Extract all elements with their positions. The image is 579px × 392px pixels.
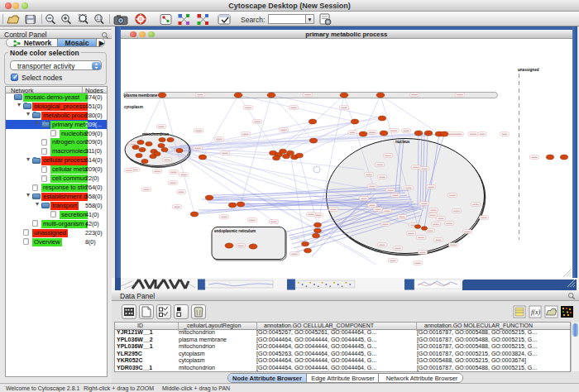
svg-text:1:1: 1:1 (97, 17, 103, 21)
svg-text:unassigned: unassigned (518, 68, 539, 72)
svg-text:f(x): f(x) (531, 308, 540, 316)
svg-text:nucleus: nucleus (395, 140, 410, 144)
svg-text:mitochondrion: mitochondrion (142, 132, 169, 136)
svg-text:cytoplasm: cytoplasm (124, 105, 143, 109)
svg-text:endoplasmic reticulum: endoplasmic reticulum (214, 229, 256, 233)
svg-text:plasma membrane: plasma membrane (124, 93, 158, 98)
